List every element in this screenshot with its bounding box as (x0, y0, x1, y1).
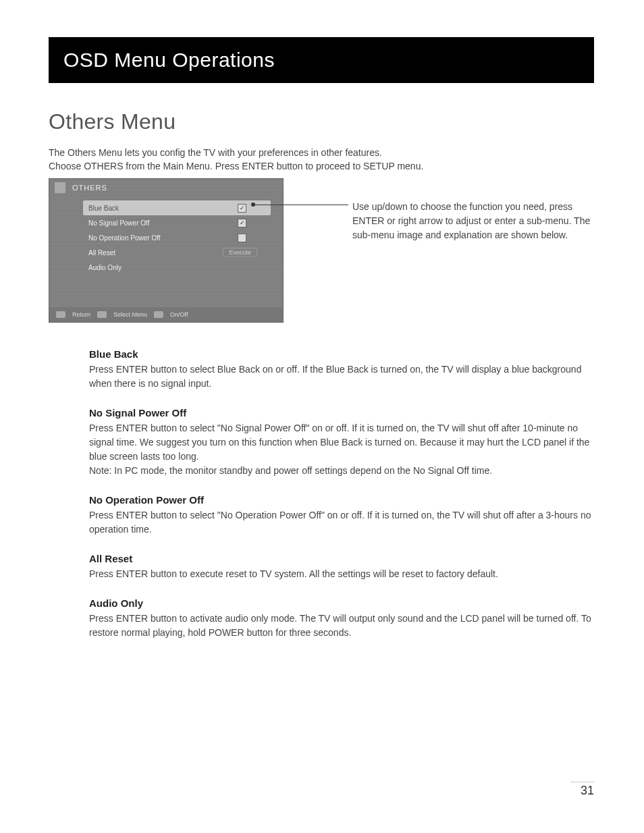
intro-line-2: Choose OTHERS from the Main Menu. Press … (49, 159, 595, 173)
osd-body: Blue Back ✓ No Signal Power Off ✓ No Ope… (49, 196, 283, 279)
onoff-button-icon (154, 311, 163, 318)
osd-row-audio-only[interactable]: Audio Only (83, 260, 271, 275)
page-number: 31 (571, 782, 594, 798)
osd-header: OTHERS (49, 179, 283, 196)
desc-body: Press ENTER button to select "No Operati… (89, 508, 595, 537)
section-title: Others Menu (49, 109, 176, 134)
descriptions: Blue Back Press ENTER button to select B… (89, 348, 595, 656)
callout-line (252, 205, 348, 205)
desc-body: Press ENTER button to select Blue Back o… (89, 362, 595, 391)
osd-row-label: All Reset (83, 249, 223, 257)
osd-row-no-signal[interactable]: No Signal Power Off ✓ (83, 215, 271, 230)
footer-select: Select Menu (113, 311, 147, 318)
return-button-icon (56, 311, 65, 318)
desc-title: No Operation Power Off (89, 494, 595, 506)
desc-body: Press ENTER button to select "No Signal … (89, 421, 595, 478)
osd-footer: Return Select Menu On/Off (49, 307, 283, 322)
intro-line-1: The Others Menu lets you config the TV w… (49, 146, 595, 159)
desc-blue-back: Blue Back Press ENTER button to select B… (89, 348, 595, 391)
osd-row-label: Blue Back (83, 205, 238, 212)
osd-row-label: Audio Only (83, 264, 271, 271)
footer-onoff: On/Off (170, 311, 188, 318)
desc-title: Audio Only (89, 597, 595, 609)
osd-row-all-reset[interactable]: All Reset Execute (83, 245, 271, 260)
chapter-title: OSD Menu Operations (63, 49, 275, 72)
osd-row-label: No Signal Power Off (83, 219, 238, 227)
desc-no-signal: No Signal Power Off Press ENTER button t… (89, 407, 595, 478)
chapter-header: OSD Menu Operations (49, 37, 594, 83)
select-button-icon (97, 311, 107, 318)
callout-text: Use up/down to choose the function you n… (352, 200, 602, 242)
desc-title: All Reset (89, 553, 595, 564)
checkbox-icon[interactable]: ✓ (238, 204, 246, 213)
intro-text: The Others Menu lets you config the TV w… (49, 146, 595, 173)
desc-audio-only: Audio Only Press ENTER button to activat… (89, 597, 595, 640)
desc-no-operation: No Operation Power Off Press ENTER butto… (89, 494, 595, 537)
desc-title: No Signal Power Off (89, 407, 595, 419)
osd-screenshot: OTHERS Blue Back ✓ No Signal Power Off ✓… (49, 178, 284, 323)
desc-title: Blue Back (89, 348, 595, 360)
desc-body: Press ENTER button to activate audio onl… (89, 612, 595, 640)
osd-title: OTHERS (72, 184, 107, 192)
footer-return: Return (72, 311, 90, 318)
checkbox-icon[interactable] (238, 234, 246, 242)
desc-all-reset: All Reset Press ENTER button to execute … (89, 553, 595, 581)
checkbox-icon[interactable]: ✓ (238, 219, 246, 227)
osd-row-blue-back[interactable]: Blue Back ✓ (83, 200, 271, 215)
osd-row-label: No Operation Power Off (83, 234, 238, 242)
others-menu-icon (55, 182, 65, 193)
execute-button[interactable]: Execute (223, 248, 257, 257)
desc-body: Press ENTER button to execute reset to T… (89, 567, 595, 581)
osd-row-no-operation[interactable]: No Operation Power Off (83, 230, 271, 245)
